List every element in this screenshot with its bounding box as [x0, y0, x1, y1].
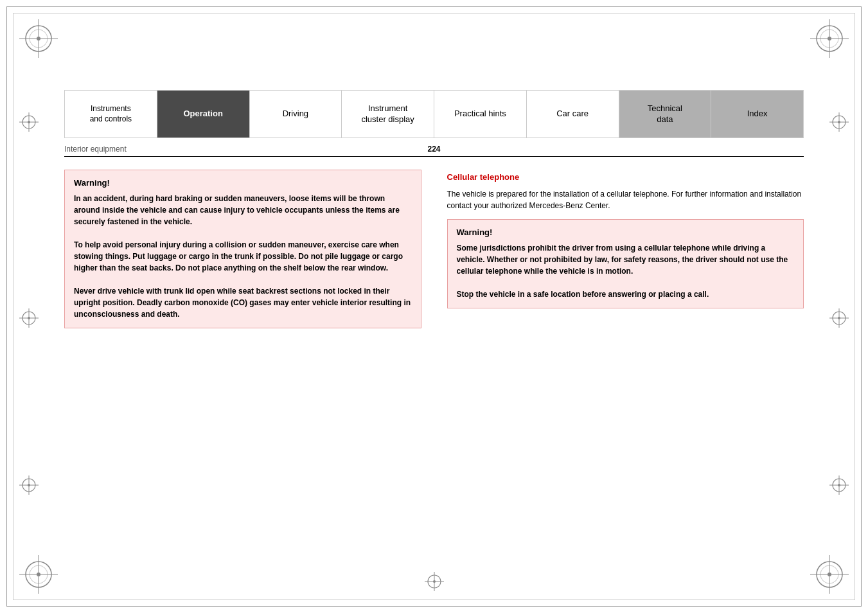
- side-decoration-left-mid: [19, 308, 39, 330]
- page-number: 224: [311, 145, 558, 154]
- side-decoration-left-top: [19, 112, 39, 134]
- side-decoration-left-bot: [19, 475, 39, 497]
- warning-box-1: Warning! In an accident, during hard bra…: [64, 170, 421, 328]
- section-header: Interior equipment 224: [64, 145, 804, 157]
- nav-item-operation[interactable]: Operation: [157, 90, 249, 138]
- warning-text-2-p1: Some jurisdictions prohibit the driver f…: [457, 242, 795, 277]
- cellular-telephone-heading: Cellular telephone: [447, 172, 804, 182]
- left-column: Warning! In an accident, during hard bra…: [64, 170, 421, 337]
- side-decoration-right-bot: [829, 475, 849, 497]
- nav-item-instrument-cluster-display[interactable]: Instrument cluster display: [341, 90, 434, 138]
- warning-title-2: Warning!: [457, 227, 795, 237]
- side-decoration-right-mid: [829, 308, 849, 330]
- side-decoration-right-top: [829, 112, 849, 134]
- nav-item-index[interactable]: Index: [711, 90, 804, 138]
- section-title: Interior equipment: [64, 145, 311, 154]
- right-column: Cellular telephone The vehicle is prepar…: [447, 170, 804, 337]
- warning-text-2-p2: Stop the vehicle in a safe location befo…: [457, 289, 795, 300]
- navigation-bar: Instruments and controls Operation Drivi…: [64, 90, 804, 138]
- warning-title-1: Warning!: [74, 178, 412, 188]
- nav-item-car-care[interactable]: Car care: [526, 90, 619, 138]
- corner-decoration-bl: [19, 555, 58, 594]
- page-content: Interior equipment 224 Warning! In an ac…: [64, 145, 804, 581]
- intro-text: The vehicle is prepared for the installa…: [447, 188, 804, 211]
- corner-decoration-tr: [810, 19, 849, 58]
- nav-item-instruments-and-controls[interactable]: Instruments and controls: [64, 90, 157, 138]
- warning-box-2: Warning! Some jurisdictions prohibit the…: [447, 219, 804, 308]
- nav-item-practical-hints[interactable]: Practical hints: [434, 90, 526, 138]
- two-column-layout: Warning! In an accident, during hard bra…: [64, 170, 804, 337]
- corner-decoration-br: [810, 555, 849, 594]
- corner-decoration-tl: [19, 19, 58, 58]
- nav-item-technical-data[interactable]: Technical data: [619, 90, 711, 138]
- warning-text-1-p2: To help avoid personal injury during a c…: [74, 239, 412, 274]
- warning-text-1-p3: Never drive vehicle with trunk lid open …: [74, 285, 412, 320]
- nav-item-driving[interactable]: Driving: [249, 90, 342, 138]
- warning-text-1-p1: In an accident, during hard braking or s…: [74, 193, 412, 227]
